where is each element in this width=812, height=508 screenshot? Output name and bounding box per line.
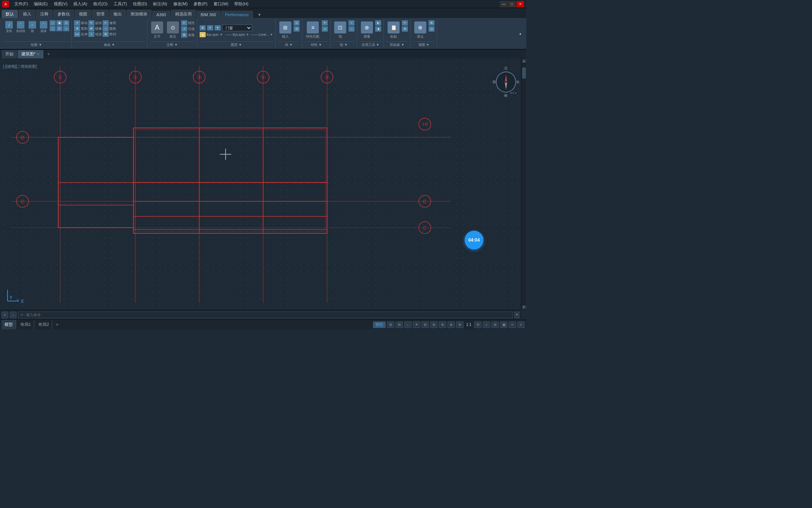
trim-icon[interactable]: ✂	[103, 20, 109, 26]
minimize-button[interactable]: —	[500, 1, 508, 7]
menu-insert[interactable]: 插入(A)	[70, 0, 90, 8]
tool-basepoint[interactable]: ⊕ 基点	[413, 20, 428, 40]
lineweight-btn[interactable]: ⊕	[447, 321, 455, 328]
linear-dim-icon[interactable]: ⊢	[181, 20, 187, 26]
layer-match-icon[interactable]: ✦	[215, 25, 221, 30]
menu-tools[interactable]: 工具(T)	[111, 0, 130, 8]
tool-circle[interactable]: ○ 圆	[27, 20, 38, 34]
timer-badge[interactable]: 04:04	[465, 231, 483, 249]
tab-apps[interactable]: 精选应用	[171, 10, 196, 18]
cut-icon[interactable]: ✂	[402, 20, 408, 26]
leader-icon[interactable]: ↗	[181, 26, 187, 32]
tab-annotate[interactable]: 注释	[36, 10, 53, 18]
move-icon[interactable]: ↗	[74, 20, 80, 26]
bylayer-dropdown1[interactable]: ▼	[220, 33, 223, 37]
tool-mark[interactable]: ⊙ 标注	[165, 20, 180, 40]
color-icon[interactable]: ■	[200, 32, 206, 37]
tab-bim360[interactable]: BIM 360	[197, 11, 220, 18]
status-tab-layout1[interactable]: 布局1	[17, 320, 34, 330]
tool-group[interactable]: ⊡ 组	[333, 20, 348, 40]
scroll-thumb[interactable]	[522, 67, 526, 79]
tool-arc[interactable]: ⌒ 圆弧	[38, 20, 49, 34]
menu-draw[interactable]: 绘图(D)	[130, 0, 150, 8]
layer-prop-icon[interactable]: ⊞	[200, 25, 206, 30]
status-tab-model[interactable]: 模型	[2, 320, 16, 330]
tab-default[interactable]: 默认	[2, 10, 18, 18]
layer-current-icon[interactable]: ✔	[207, 25, 213, 30]
collapse-ribbon-icon[interactable]: ▲	[517, 31, 523, 36]
tool-paste[interactable]: 📋 粘贴	[386, 20, 401, 40]
tool-polyline[interactable]: ⌒ 多段线	[15, 20, 26, 34]
doc-tab-close[interactable]: ✕	[37, 52, 40, 56]
command-dropdown[interactable]: ▼	[514, 312, 520, 318]
ortho-btn[interactable]: ∟	[404, 321, 412, 328]
fillet-icon[interactable]: ⌐	[103, 26, 109, 31]
close-button[interactable]: ✕	[517, 1, 524, 7]
tab-insert[interactable]: 插入	[19, 10, 35, 18]
menu-file[interactable]: 文件(F)	[11, 0, 31, 8]
drawing-area[interactable]: ① ② ③ ④ ⑤ D C ①B C C	[0, 58, 521, 310]
scale-icon[interactable]: ⤡	[88, 32, 94, 37]
menu-annotate[interactable]: 标注(N)	[150, 0, 170, 8]
tab-output[interactable]: 输出	[109, 10, 126, 18]
tab-parametric[interactable]: 参数化	[53, 10, 74, 18]
copy-icon[interactable]: ⧉	[74, 26, 80, 31]
settings-btn[interactable]: ⚙	[474, 321, 482, 328]
polar-btn[interactable]: ✦	[413, 321, 420, 328]
rotate-icon[interactable]: ↻	[88, 20, 94, 26]
osnap-btn[interactable]: ⊕	[421, 321, 429, 328]
status-tab-layout2[interactable]: 布局2	[35, 320, 52, 330]
menu-view[interactable]: 视图(V)	[51, 0, 71, 8]
group-add-icon[interactable]: ＋	[348, 20, 354, 26]
doc-tab-arch[interactable]: 建筑图* ✕	[18, 50, 44, 58]
menu-help[interactable]: 帮助(H)	[231, 0, 251, 8]
menu-param[interactable]: 参数(P)	[191, 0, 211, 8]
wipeout-icon[interactable]: ▪	[63, 26, 69, 31]
region-icon[interactable]: ⊡	[56, 26, 62, 31]
doc-tab-add[interactable]: +	[44, 50, 53, 58]
command-input[interactable]	[18, 312, 513, 318]
mirror-icon[interactable]: ⇌	[88, 26, 94, 31]
view2-icon[interactable]: ◫	[429, 26, 435, 32]
workspace-btn[interactable]: ≡	[517, 321, 525, 328]
tool-line[interactable]: ╱ 直线	[4, 20, 14, 34]
drawing-canvas[interactable]: ① ② ③ ④ ⑤ D C ①B C C	[0, 58, 521, 310]
grid-btn[interactable]: ⊞	[387, 321, 394, 328]
hatch-icon[interactable]: ▦	[56, 20, 62, 26]
dynin-btn[interactable]: ⊕	[439, 321, 446, 328]
stretch-icon[interactable]: ⟺	[74, 32, 80, 37]
tab-manage[interactable]: 管理	[92, 10, 109, 18]
scroll-down-button[interactable]: ▼	[521, 304, 527, 310]
bylayer-dropdown2[interactable]: ▼	[246, 33, 249, 37]
scroll-up-button[interactable]: ▲	[521, 58, 527, 64]
tab-performance[interactable]: Performance	[221, 11, 253, 18]
maximize-button[interactable]: □	[508, 1, 516, 7]
menu-edit[interactable]: 编辑(E)	[31, 0, 51, 8]
menu-format[interactable]: 格式(O)	[90, 0, 111, 8]
annotscale-btn[interactable]: ≡	[509, 321, 516, 328]
menu-window[interactable]: 窗口(W)	[211, 0, 232, 8]
zoom-fit-btn[interactable]: ⊕	[491, 321, 499, 328]
menu-modify[interactable]: 修改(M)	[170, 0, 191, 8]
block-create-icon[interactable]: ◫	[294, 20, 300, 26]
tool-insert-block[interactable]: ⊞ 插入	[278, 20, 293, 40]
gradient-icon[interactable]: ◫	[63, 20, 69, 26]
utility1-icon[interactable]: ◐	[375, 20, 381, 26]
snap-btn[interactable]: ⊞	[395, 321, 403, 328]
doc-tab-start[interactable]: 开始	[2, 50, 18, 58]
view1-icon[interactable]: ⊞	[429, 20, 435, 26]
copy2-icon[interactable]: ⧉	[402, 26, 408, 32]
array-icon[interactable]: ⊞	[103, 32, 109, 37]
command-search-button[interactable]: ⌕	[10, 312, 17, 318]
rect-icon[interactable]: □	[50, 20, 56, 26]
otrack-btn[interactable]: ⊕	[430, 321, 438, 328]
block-attr-icon[interactable]: Ⓐ	[294, 26, 300, 32]
tool-measure[interactable]: ⊕ 测量	[359, 20, 374, 40]
bylayer-dropdown3[interactable]: ▼	[270, 33, 273, 37]
tool-properties[interactable]: ≡ 特性匹配	[304, 20, 321, 40]
tool-text[interactable]: A 文字	[150, 20, 165, 40]
list-icon[interactable]: ≡	[322, 26, 328, 32]
tab-view[interactable]: 视图	[75, 10, 91, 18]
table-icon[interactable]: ⊞	[181, 32, 187, 38]
tab-a360[interactable]: A360	[152, 11, 170, 18]
